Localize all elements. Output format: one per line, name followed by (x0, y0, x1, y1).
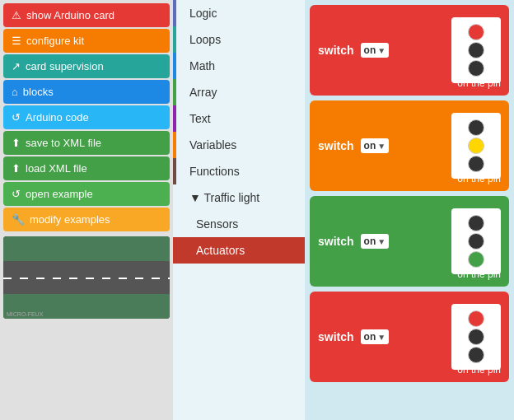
switch-block-3: switch on ▼ on the pin (310, 196, 509, 287)
red-light-2 (468, 119, 484, 136)
card-supervision-button[interactable]: ↗ card supervision (3, 54, 170, 78)
traffic-light-1 (451, 17, 501, 83)
menu-item-text[interactable]: Text (173, 105, 305, 132)
red-light-4 (468, 310, 484, 327)
chevron-down-icon-4: ▼ (377, 333, 386, 342)
chevron-down-icon-2: ▼ (377, 142, 386, 151)
configure-kit-button[interactable]: ☰ configure kit (3, 29, 170, 53)
chevron-down-icon-3: ▼ (377, 237, 386, 246)
green-light-1 (468, 60, 484, 77)
switch-label-4: switch (318, 330, 354, 343)
pin-label-3: on the pin (457, 268, 501, 280)
modify-examples-button[interactable]: 🔧 modify examples (3, 208, 170, 231)
red-light-1 (468, 24, 484, 40)
arduino-code-button[interactable]: ↺ Arduino code (3, 105, 170, 129)
switch-value-1: on (364, 44, 376, 56)
blocks-button[interactable]: ⌂ blocks (3, 80, 170, 104)
traffic-light-2 (451, 113, 501, 179)
load-icon: ⬆ (12, 162, 21, 175)
switch-value-2: on (364, 140, 376, 152)
save-xml-button[interactable]: ⬆ save to XML file (3, 131, 170, 155)
traffic-light-3 (451, 208, 501, 274)
menu-item-variables[interactable]: Variables (173, 132, 305, 158)
green-light-3 (468, 251, 484, 268)
switch-dropdown-4[interactable]: on ▼ (361, 329, 390, 344)
open-icon: ↺ (12, 188, 21, 200)
blocks-content: switch on ▼ on the pin switch on ▼ on th… (305, 0, 514, 420)
menu-item-array[interactable]: Array (173, 79, 305, 105)
menu-item-traffic-light[interactable]: ▼ Traffic light (173, 184, 305, 211)
switch-dropdown-3[interactable]: on ▼ (361, 234, 390, 249)
link-icon: ↗ (12, 60, 21, 72)
menu-icon: ☰ (12, 35, 21, 47)
switch-value-3: on (364, 236, 376, 247)
menu-item-actuators[interactable]: Actuators (173, 237, 305, 264)
road-simulation: MICRO-FEUX (3, 236, 170, 319)
switch-dropdown-2[interactable]: on ▼ (361, 138, 390, 153)
code-icon: ↺ (12, 111, 21, 124)
yellow-light-1 (468, 42, 484, 58)
menu-item-logic[interactable]: Logic (173, 0, 305, 26)
menu-item-functions[interactable]: Functions (173, 158, 305, 184)
traffic-light-4 (451, 304, 501, 370)
warning-icon: ⚠ (12, 9, 21, 21)
switch-dropdown-1[interactable]: on ▼ (361, 43, 390, 58)
menu-item-math[interactable]: Math (173, 53, 305, 79)
switch-label-1: switch (318, 44, 354, 57)
menu-item-loops[interactable]: Loops (173, 26, 305, 53)
pin-label-4: on the pin (457, 364, 501, 376)
switch-label-3: switch (318, 235, 354, 248)
yellow-light-3 (468, 233, 484, 250)
home-icon: ⌂ (12, 86, 18, 98)
sidebar: ⚠ show Arduino card ☰ configure kit ↗ ca… (0, 0, 173, 420)
category-menu: Logic Loops Math Array Text Variables Fu… (173, 0, 305, 420)
switch-block-1: switch on ▼ on the pin (310, 5, 509, 96)
save-icon: ⬆ (12, 137, 21, 149)
chevron-down-icon-1: ▼ (377, 46, 386, 55)
pin-label-2: on the pin (457, 173, 501, 184)
menu-item-sensors[interactable]: Sensors (173, 211, 305, 237)
yellow-light-2 (468, 138, 484, 154)
open-example-button[interactable]: ↺ open example (3, 182, 170, 206)
switch-label-2: switch (318, 139, 354, 152)
yellow-light-4 (468, 329, 484, 345)
green-light-2 (468, 156, 484, 172)
hardware-image: MICRO-FEUX (3, 236, 170, 319)
switch-value-4: on (364, 331, 376, 343)
wrench-icon: 🔧 (12, 213, 25, 226)
switch-block-4: switch on ▼ on the pin (310, 292, 509, 382)
red-light-3 (468, 215, 484, 231)
switch-block-2: switch on ▼ on the pin (310, 100, 509, 191)
pin-label-1: on the pin (457, 77, 501, 89)
micro-label: MICRO-FEUX (7, 311, 43, 317)
load-xml-button[interactable]: ⬆ load XML file (3, 156, 170, 180)
green-light-4 (468, 347, 484, 363)
show-arduino-button[interactable]: ⚠ show Arduino card (3, 3, 170, 27)
